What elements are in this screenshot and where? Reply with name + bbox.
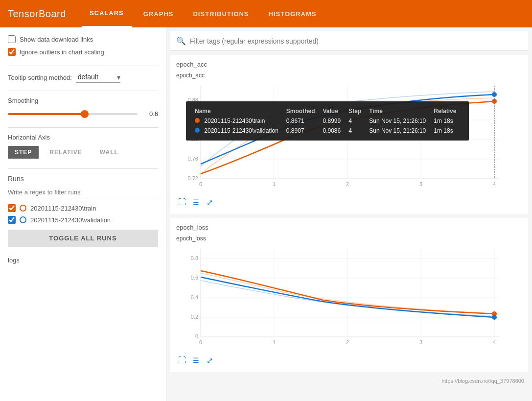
chart-area-acc: epoch_acc 0.72 [176, 72, 522, 193]
svg-text:0.6: 0.6 [191, 275, 198, 281]
chart-card-epoch-acc: epoch_acc epoch_acc [170, 55, 528, 214]
smoothing-section: Smoothing 0.6 [8, 97, 158, 118]
run-item-train: 20201115-212430\train [8, 204, 158, 212]
tooltip-method-select[interactable]: default descending ascending [76, 72, 115, 82]
app-logo: TensorBoard [8, 8, 66, 20]
axis-step-button[interactable]: STEP [8, 146, 39, 159]
tooltip-train-smoothed: 0.8671 [284, 116, 321, 126]
svg-text:2: 2 [346, 181, 349, 187]
chart-tooltip-acc: Name Smoothed Value Step Time Relative [186, 101, 469, 141]
svg-text:0.4: 0.4 [191, 294, 198, 300]
svg-text:4: 4 [493, 181, 496, 187]
filter-input[interactable] [190, 37, 522, 45]
tooltip-header-time: Time [367, 106, 432, 116]
main-nav: SCALARS GRAPHS DISTRIBUTIONS HISTOGRAMS [82, 0, 324, 27]
tooltip-header-smoothed: Smoothed [284, 106, 321, 116]
tooltip-train-relative: 1m 18s [432, 116, 462, 126]
ignore-outliers-checkbox[interactable] [8, 48, 16, 56]
main-layout: Show data download links Ignore outliers… [0, 27, 532, 401]
smoothing-row: 0.6 [8, 110, 158, 118]
run-validation-checkbox[interactable] [8, 216, 16, 224]
run-validation-dot [20, 216, 26, 223]
header: TensorBoard SCALARS GRAPHS DISTRIBUTIONS… [0, 0, 532, 27]
chart-section-title-loss: epoch_loss [176, 224, 522, 231]
data-loss-icon[interactable]: ☰ [190, 354, 202, 366]
runs-label: Runs [8, 175, 158, 183]
tooltip-validation-step: 4 [347, 126, 367, 136]
chart-inner-title-acc: epoch_acc [176, 72, 522, 79]
run-train-dot [20, 205, 26, 212]
watermark: https://blog.csdn.net/qq_37978800 [170, 376, 528, 386]
tooltip-row-validation: 20201115-212430\validation 0.8907 0.9086… [193, 126, 462, 136]
tooltip-validation-dot [195, 128, 200, 133]
chart-toolbar-acc: ⛶ ☰ ⤢ [176, 196, 522, 208]
tooltip-select-wrap: default descending ascending ▾ [76, 72, 120, 83]
axis-buttons: STEP RELATIVE WALL [8, 146, 158, 159]
svg-text:3: 3 [419, 181, 422, 187]
sidebar-options: Show data download links Ignore outliers… [8, 35, 158, 56]
svg-text:1: 1 [273, 181, 276, 187]
runs-filter-input[interactable] [8, 187, 158, 198]
svg-text:1: 1 [273, 339, 276, 345]
filter-bar: 🔍 [170, 31, 528, 51]
fit-icon[interactable]: ⤢ [204, 196, 215, 208]
svg-text:0: 0 [199, 339, 202, 345]
smoothing-label: Smoothing [8, 97, 158, 104]
tooltip-method-label: Tooltip sorting method: [8, 74, 72, 81]
show-download-checkbox[interactable] [8, 35, 16, 43]
tooltip-train-step: 4 [347, 116, 367, 126]
smoothing-slider[interactable] [8, 113, 138, 115]
tooltip-validation-relative: 1m 18s [432, 126, 462, 136]
svg-text:0.8: 0.8 [191, 255, 198, 261]
chart-toolbar-loss: ⛶ ☰ ⤢ [176, 354, 522, 366]
expand-icon[interactable]: ⛶ [176, 196, 188, 208]
svg-text:0: 0 [199, 181, 202, 187]
h-axis-section: Horizontal Axis STEP RELATIVE WALL [8, 134, 158, 159]
show-download-label: Show data download links [20, 36, 93, 43]
tooltip-method-row: Tooltip sorting method: default descendi… [8, 72, 158, 83]
nav-scalars[interactable]: SCALARS [82, 0, 132, 27]
content-area: 🔍 epoch_acc epoch_acc [166, 27, 532, 401]
search-icon: 🔍 [176, 36, 186, 46]
tooltip-validation-smoothed: 0.8907 [284, 126, 321, 136]
nav-graphs[interactable]: GRAPHS [136, 0, 182, 27]
chart-section-title-acc: epoch_acc [176, 61, 522, 68]
h-axis-label: Horizontal Axis [8, 134, 158, 141]
chart-inner-title-loss: epoch_loss [176, 235, 522, 242]
nav-distributions[interactable]: DISTRIBUTIONS [185, 0, 256, 27]
tooltip-row-train: 20201115-212430\train 0.8671 0.8999 4 Su… [193, 116, 462, 126]
tooltip-train-value: 0.8999 [321, 116, 347, 126]
tooltip-header-value: Value [321, 106, 347, 116]
axis-wall-button[interactable]: WALL [93, 146, 125, 159]
svg-text:4: 4 [493, 339, 496, 345]
validation-loss-end-dot [492, 315, 497, 320]
data-icon[interactable]: ☰ [190, 196, 202, 208]
axis-relative-button[interactable]: RELATIVE [43, 146, 89, 159]
ignore-outliers-row: Ignore outliers in chart scaling [8, 48, 158, 56]
divider-4 [8, 168, 158, 169]
tooltip-train-time: Sun Nov 15, 21:26:10 [367, 116, 432, 126]
tooltip-train-dot [195, 118, 200, 123]
run-train-label: 20201115-212430\train [30, 205, 96, 212]
tooltip-table: Name Smoothed Value Step Time Relative [193, 106, 462, 136]
tooltip-validation-time: Sun Nov 15, 21:26:10 [367, 126, 432, 136]
toggle-all-button[interactable]: TOGGLE ALL RUNS [8, 230, 158, 247]
svg-text:0: 0 [195, 333, 198, 339]
nav-histograms[interactable]: HISTOGRAMS [261, 0, 324, 27]
run-validation-label: 20201115-212430\validation [30, 216, 111, 224]
svg-text:0.76: 0.76 [188, 156, 198, 162]
svg-text:2: 2 [346, 339, 349, 345]
divider-2 [8, 91, 158, 91]
tooltip-validation-name: 20201115-212430\validation [193, 126, 284, 136]
logs-link[interactable]: logs [8, 257, 20, 264]
run-train-checkbox[interactable] [8, 204, 16, 212]
svg-text:0.2: 0.2 [191, 314, 198, 320]
expand-loss-icon[interactable]: ⛶ [176, 354, 188, 366]
svg-text:3: 3 [419, 339, 422, 345]
fit-loss-icon[interactable]: ⤢ [204, 354, 215, 366]
sidebar: Show data download links Ignore outliers… [0, 27, 166, 401]
divider-3 [8, 127, 158, 128]
runs-section: Runs 20201115-212430\train 20201115-2124… [8, 175, 158, 247]
run-item-validation: 20201115-212430\validation [8, 216, 158, 224]
tooltip-header-name: Name [193, 106, 284, 116]
